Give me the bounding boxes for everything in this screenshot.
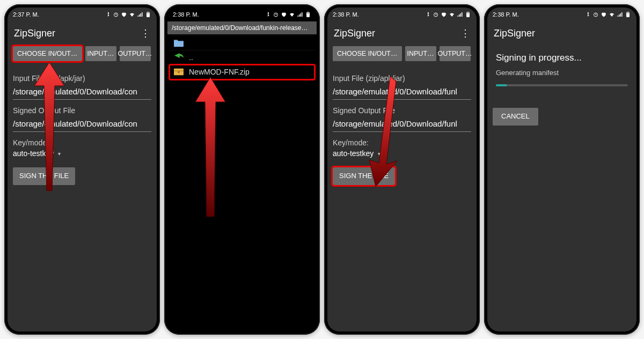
screen: 2:37 P. M. ZipSigner ⋮ CHOOSE IN/OUT… IN… bbox=[8, 8, 157, 331]
screen: 2:38 P. M. ZipSigner Signing in progress… bbox=[487, 8, 636, 331]
input-button[interactable]: INPUT… bbox=[405, 46, 436, 61]
app-title: ZipSigner bbox=[14, 28, 55, 39]
zip-file-icon bbox=[173, 67, 185, 77]
bluetooth-icon bbox=[105, 11, 111, 18]
alarm-icon bbox=[592, 11, 599, 18]
status-icons bbox=[584, 11, 631, 18]
phone-frame: 2:37 P. M. ZipSigner ⋮ CHOOSE IN/OUT… IN… bbox=[4, 4, 160, 335]
app-bar: ZipSigner bbox=[487, 21, 636, 45]
up-label: .. bbox=[189, 53, 193, 62]
svg-rect-11 bbox=[178, 71, 180, 73]
progress-panel: Signing in progress... Generating manife… bbox=[487, 45, 636, 94]
overflow-menu-icon[interactable]: ⋮ bbox=[141, 28, 150, 38]
output-file-field[interactable] bbox=[13, 117, 151, 132]
app-title: ZipSigner bbox=[494, 28, 535, 39]
svg-rect-2 bbox=[148, 12, 149, 12]
file-name: NewMOD-FNF.zip bbox=[189, 68, 250, 76]
status-icons bbox=[105, 11, 151, 18]
battery-icon bbox=[305, 11, 311, 18]
choose-in-out-button[interactable]: CHOOSE IN/OUT… bbox=[333, 46, 402, 61]
status-clock: 2:38 P. M. bbox=[173, 11, 199, 18]
cancel-button[interactable]: CANCEL bbox=[493, 108, 538, 126]
progress-status: Generating manifest bbox=[496, 69, 628, 77]
heart-icon bbox=[281, 11, 287, 18]
file-row-zip[interactable]: NewMOD-FNF.zip bbox=[170, 65, 314, 79]
output-file-field[interactable] bbox=[333, 117, 471, 132]
status-bar: 2:38 P. M. bbox=[327, 8, 477, 21]
input-file-label: Input File (zip/apk/jar) bbox=[13, 74, 151, 83]
svg-rect-15 bbox=[467, 12, 469, 12]
status-clock: 2:37 P. M. bbox=[13, 11, 39, 18]
status-clock: 2:38 P. M. bbox=[333, 11, 359, 18]
keymode-label: Key/mode: bbox=[333, 138, 471, 147]
signal-icon bbox=[137, 11, 143, 18]
keymode-label: Key/mode: bbox=[13, 138, 151, 147]
button-row: CHOOSE IN/OUT… INPUT… OUTPUT… bbox=[327, 45, 477, 65]
svg-rect-8 bbox=[307, 13, 309, 17]
output-button[interactable]: OUTPUT… bbox=[440, 46, 471, 61]
heart-icon bbox=[121, 11, 127, 18]
folder-icon bbox=[173, 38, 185, 48]
svg-rect-3 bbox=[147, 13, 149, 17]
screen: 2:38 P. M. /storage/emulated/0/Download/… bbox=[167, 8, 317, 331]
status-icons bbox=[425, 11, 471, 18]
battery-icon bbox=[625, 11, 631, 18]
input-file-label: Input File (zip/apk/jar) bbox=[333, 74, 471, 83]
phone-frame: 2:38 P. M. ZipSigner ⋮ CHOOSE IN/OUT… IN… bbox=[324, 4, 480, 335]
status-bar: 2:38 P. M. bbox=[167, 8, 317, 21]
folder-row-up[interactable]: .. bbox=[170, 50, 314, 65]
output-file-label: Signed Output File bbox=[333, 106, 471, 115]
wifi-icon bbox=[289, 11, 295, 18]
svg-rect-7 bbox=[308, 12, 309, 12]
sign-file-button[interactable]: SIGN THE FILE bbox=[13, 167, 75, 185]
annotation-arrow bbox=[194, 77, 226, 217]
status-clock: 2:38 P. M. bbox=[493, 11, 519, 18]
signal-icon bbox=[297, 11, 303, 18]
progress-fill bbox=[496, 84, 507, 86]
status-icons bbox=[265, 11, 311, 18]
output-button[interactable]: OUTPUT… bbox=[120, 46, 151, 61]
keymode-select[interactable]: auto-testkey ▾ bbox=[333, 149, 471, 158]
signal-icon bbox=[617, 11, 623, 18]
form-area: Input File (zip/apk/jar) Signed Output F… bbox=[327, 65, 477, 160]
keymode-select[interactable]: auto-testkey ▾ bbox=[13, 149, 151, 158]
status-bar: 2:37 P. M. bbox=[8, 8, 157, 21]
alarm-icon bbox=[113, 11, 119, 18]
overflow-menu-icon[interactable]: ⋮ bbox=[460, 28, 470, 38]
app-bar: ZipSigner ⋮ bbox=[8, 21, 157, 45]
chevron-down-icon: ▾ bbox=[378, 151, 380, 157]
svg-rect-21 bbox=[627, 13, 629, 17]
signal-icon bbox=[457, 11, 463, 18]
screen: 2:38 P. M. ZipSigner ⋮ CHOOSE IN/OUT… IN… bbox=[327, 8, 477, 331]
alarm-icon bbox=[433, 11, 439, 18]
chevron-down-icon: ▾ bbox=[58, 151, 61, 157]
phone-frame: 2:38 P. M. ZipSigner Signing in progress… bbox=[484, 4, 640, 335]
battery-icon bbox=[145, 11, 151, 18]
button-row: CHOOSE IN/OUT… INPUT… OUTPUT… bbox=[8, 45, 157, 65]
form-area: Input File (zip/apk/jar) Signed Output F… bbox=[8, 65, 157, 160]
bluetooth-icon bbox=[265, 11, 271, 18]
choose-in-out-button[interactable]: CHOOSE IN/OUT… bbox=[13, 46, 82, 61]
file-list: .. NewMOD-FNF.zip bbox=[167, 34, 317, 80]
wifi-icon bbox=[449, 11, 455, 18]
back-arrow-icon bbox=[173, 53, 185, 62]
app-title: ZipSigner bbox=[334, 28, 375, 39]
wifi-icon bbox=[609, 11, 615, 18]
app-bar: ZipSigner ⋮ bbox=[327, 21, 477, 45]
input-file-field[interactable] bbox=[333, 85, 471, 100]
input-button[interactable]: INPUT… bbox=[85, 46, 116, 61]
path-bar[interactable]: /storage/emulated/0/Download/funkin-rele… bbox=[167, 21, 317, 34]
input-file-field[interactable] bbox=[13, 85, 151, 100]
phone-frame: 2:38 P. M. /storage/emulated/0/Download/… bbox=[164, 4, 320, 335]
svg-rect-10 bbox=[174, 70, 184, 71]
keymode-value: auto-testkey bbox=[13, 149, 54, 158]
svg-rect-16 bbox=[467, 13, 469, 17]
heart-icon bbox=[601, 11, 607, 18]
bluetooth-icon bbox=[425, 11, 431, 18]
progress-bar bbox=[496, 84, 628, 86]
bluetooth-icon bbox=[584, 11, 591, 18]
sign-file-button[interactable]: SIGN THE FILE bbox=[333, 167, 395, 185]
status-bar: 2:38 P. M. bbox=[487, 8, 636, 21]
folder-row-root[interactable] bbox=[170, 35, 314, 50]
progress-title: Signing in progress... bbox=[496, 53, 628, 63]
